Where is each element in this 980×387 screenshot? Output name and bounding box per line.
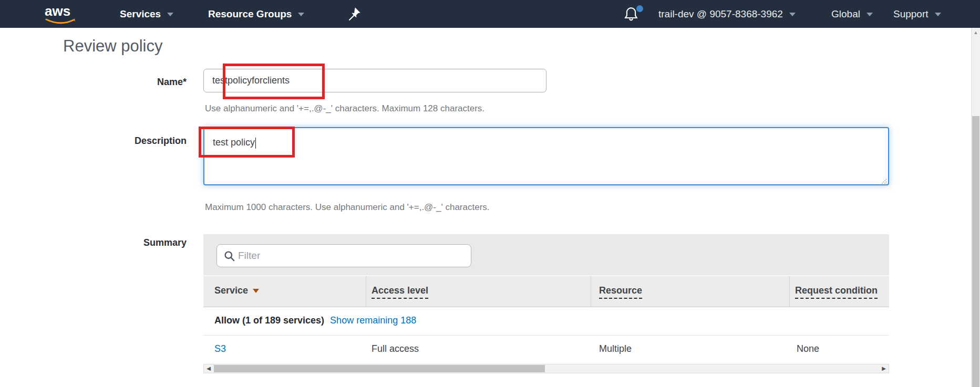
column-divider bbox=[789, 276, 790, 308]
name-help-text: Use alphanumeric and '+=,.@-_' character… bbox=[205, 103, 484, 114]
account-label: trail-dev @ 9057-8368-3962 bbox=[658, 8, 783, 19]
column-divider bbox=[591, 276, 591, 308]
request-condition-cell: None bbox=[797, 343, 819, 354]
resource-cell: Multiple bbox=[599, 343, 632, 354]
vertical-scrollbar-thumb[interactable] bbox=[972, 116, 979, 387]
resize-grip-icon[interactable] bbox=[879, 176, 887, 183]
policy-name-input[interactable] bbox=[203, 69, 546, 92]
horizontal-scrollbar[interactable]: ◀ ▶ bbox=[203, 364, 889, 373]
region-label: Global bbox=[831, 8, 860, 19]
page-title: Review policy bbox=[63, 37, 163, 56]
column-header-request-condition[interactable]: Request condition bbox=[795, 285, 878, 296]
access-level-cell: Full access bbox=[372, 343, 419, 354]
top-navbar: aws Services Resource Groups trail bbox=[0, 0, 980, 28]
screen: aws Services Resource Groups trail bbox=[0, 0, 980, 387]
nav-services[interactable]: Services bbox=[120, 0, 173, 28]
scroll-left-arrow-icon[interactable]: ◀ bbox=[204, 364, 213, 373]
account-menu[interactable]: trail-dev @ 9057-8368-3962 bbox=[658, 0, 796, 28]
filter-input[interactable] bbox=[238, 245, 464, 266]
scroll-right-arrow-icon[interactable]: ▶ bbox=[879, 364, 889, 373]
column-header-access-level-label: Access level bbox=[372, 285, 428, 299]
allow-group-text: Allow (1 of 189 services) bbox=[214, 315, 324, 326]
support-label: Support bbox=[893, 8, 929, 19]
column-header-access-level[interactable]: Access level bbox=[372, 285, 428, 296]
support-menu[interactable]: Support bbox=[893, 0, 941, 28]
scroll-up-arrow-icon[interactable]: ▲ bbox=[972, 29, 980, 36]
policy-description-textarea[interactable]: test policy bbox=[203, 127, 889, 185]
name-label: Name* bbox=[63, 77, 187, 88]
chevron-down-icon bbox=[935, 13, 941, 16]
column-header-service[interactable]: Service bbox=[214, 285, 259, 296]
text-cursor bbox=[255, 138, 256, 149]
aws-logo-text: aws bbox=[45, 3, 70, 19]
summary-panel: Service Access level Resource Request co… bbox=[203, 234, 889, 373]
column-header-resource-label: Resource bbox=[599, 285, 642, 299]
description-help-text: Maximum 1000 characters. Use alphanumeri… bbox=[205, 202, 490, 213]
filter-box bbox=[216, 244, 471, 267]
aws-smile-icon bbox=[45, 18, 76, 26]
description-label: Description bbox=[63, 135, 187, 147]
description-value: test policy bbox=[213, 137, 255, 148]
table-row: S3 Full access Multiple None bbox=[203, 336, 889, 364]
summary-label: Summary bbox=[63, 237, 187, 248]
chevron-down-icon bbox=[167, 13, 173, 16]
vertical-scrollbar[interactable]: ▲ bbox=[971, 28, 980, 387]
table-body: Allow (1 of 189 services) Show remaining… bbox=[203, 307, 889, 364]
nav-resource-groups[interactable]: Resource Groups bbox=[208, 0, 304, 28]
table-header: Service Access level Resource Request co… bbox=[203, 275, 889, 307]
show-remaining-link[interactable]: Show remaining 188 bbox=[330, 315, 416, 326]
allow-group-row: Allow (1 of 189 services) Show remaining… bbox=[203, 307, 889, 336]
bell-icon[interactable] bbox=[624, 7, 642, 23]
search-icon bbox=[224, 250, 235, 262]
horizontal-scrollbar-thumb[interactable] bbox=[214, 365, 545, 372]
aws-logo[interactable]: aws bbox=[45, 4, 77, 25]
notification-badge bbox=[636, 5, 643, 12]
chevron-down-icon bbox=[866, 13, 873, 16]
chevron-down-icon bbox=[298, 13, 304, 16]
column-header-resource[interactable]: Resource bbox=[599, 285, 642, 296]
service-link-s3[interactable]: S3 bbox=[214, 343, 226, 354]
pushpin-icon[interactable] bbox=[347, 6, 363, 22]
region-menu[interactable]: Global bbox=[831, 0, 873, 28]
column-header-request-condition-label: Request condition bbox=[795, 285, 878, 299]
nav-resource-groups-label: Resource Groups bbox=[208, 8, 292, 19]
sort-caret-icon bbox=[253, 289, 259, 293]
chevron-down-icon bbox=[789, 13, 796, 16]
column-divider bbox=[366, 276, 366, 308]
nav-services-label: Services bbox=[120, 8, 161, 19]
column-header-service-label: Service bbox=[214, 285, 248, 296]
